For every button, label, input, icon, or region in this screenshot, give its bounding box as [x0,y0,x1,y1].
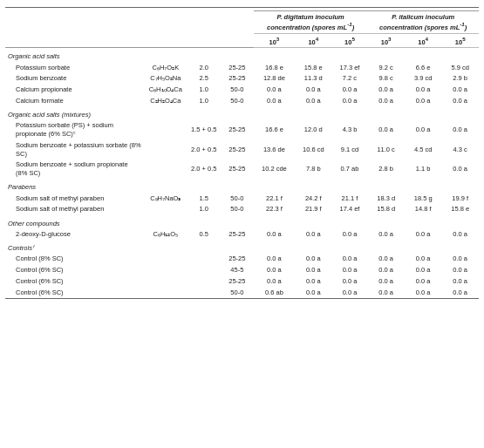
row-cell: 2.9 b [441,73,479,85]
row-cell: 0.0 a [367,275,405,287]
row-cell [144,265,187,276]
conc-i2: 104 [405,34,442,48]
row-cell: 50-0 [221,85,254,96]
row-cell: 11.3 d [295,73,332,85]
row-cell: 0.0 a [332,287,368,298]
table-row: Calcium propionateC₆H₁₀O₄Ca1.050-00.0 a0… [5,85,479,96]
main-table: P. digitatum inoculum concentration (spo… [5,7,479,299]
table-row: Control (6% SC)50-00.6 ab0.0 a0.0 a0.0 a… [5,287,479,298]
row-cell: 0.0 a [332,265,368,276]
row-cell: 0.0 a [254,228,295,240]
row-cell: 0.0 a [367,120,405,140]
row-cell: 0.0 a [295,275,332,287]
row-cell: 18.5 g [405,193,442,204]
row-cell: 0.0 a [367,265,405,276]
row-name: Sodium benzoate + sodium propionate (8% … [5,160,144,180]
row-cell: 12.0 d [295,120,332,140]
row-name: Potassium sorbate [5,62,144,73]
row-cell: 12.8 de [254,73,295,85]
row-cell: 16.6 e [254,120,295,140]
conc-d3: 105 [332,34,368,48]
row-cell: 0.0 a [367,228,405,240]
table-row: Sodium benzoateC₇H₅O₂Na2.525-2512.8 de11… [5,73,479,85]
row-cell: 0.0 a [295,287,332,298]
row-cell: 14.8 f [405,204,442,215]
row-cell: 11.0 c [367,139,405,160]
row-cell: 4.3 c [441,139,479,160]
row-cell: 0.0 a [332,85,368,96]
row-cell: C₈H₇NaO₃ [144,193,187,204]
conc-i3: 105 [441,34,479,48]
row-cell [144,120,187,140]
row-cell: 0.0 a [405,228,442,240]
row-cell: 0.0 a [295,254,332,265]
col-header-p-digitatum: P. digitatum inoculum concentration (spo… [254,11,368,34]
row-cell: 0.0 a [441,254,479,265]
row-cell: 2.0 + 0.5 [187,160,221,180]
row-cell: 2.0 + 0.5 [187,139,221,160]
row-cell: 0.7 ab [332,160,368,180]
row-cell: 17.3 ef [332,62,368,73]
row-name: Sodium salt of methyl paraben [5,193,144,204]
row-cell: 2.0 [187,62,221,73]
table-row: Calcium formateC₂H₂O₄Ca1.050-00.0 a0.0 a… [5,95,479,106]
row-cell: 18.3 d [367,193,405,204]
table-row: Control (6% SC)25-250.0 a0.0 a0.0 a0.0 a… [5,275,479,287]
row-cell: 2.5 [187,73,221,85]
row-cell: 10.6 cd [295,139,332,160]
row-cell: 6.6 e [405,62,442,73]
row-cell: 0.0 a [254,85,295,96]
row-cell: 25-25 [221,120,254,140]
row-cell: 25-25 [221,139,254,160]
row-cell: 0.0 a [295,228,332,240]
row-cell: 0.0 a [254,275,295,287]
row-cell: 0.0 a [332,228,368,240]
row-cell: 50-0 [221,204,254,215]
row-cell: 21.9 f [295,204,332,215]
row-cell: 5.9 cd [441,62,479,73]
row-cell: C₂H₂O₄Ca [144,95,187,106]
conc-i1: 103 [367,34,405,48]
row-cell [187,254,221,265]
table-row: Sodium benzoate + sodium propionate (8% … [5,160,479,180]
row-cell: 0.0 a [295,85,332,96]
row-name: Sodium benzoate [5,73,144,85]
table-row: Control (6% SC)45-50.0 a0.0 a0.0 a0.0 a0… [5,265,479,276]
row-cell: 21.1 f [332,193,368,204]
row-name: Sodium salt of methyl paraben [5,204,144,215]
row-cell [144,275,187,287]
row-cell: 25-25 [221,254,254,265]
row-cell: 0.0 a [441,265,479,276]
row-cell: 17.4 ef [332,204,368,215]
row-cell [187,287,221,298]
row-cell: 0.0 a [405,275,442,287]
row-cell: 2.8 b [367,160,405,180]
row-cell: 0.0 a [295,95,332,106]
row-name: Control (6% SC) [5,275,144,287]
row-cell: 0.0 a [405,85,442,96]
row-cell: 0.0 a [332,95,368,106]
row-cell: 0.0 a [367,85,405,96]
row-cell: 1.1 b [405,160,442,180]
row-cell: 0.0 a [441,287,479,298]
row-cell: 1.5 [187,193,221,204]
row-name: Control (6% SC) [5,265,144,276]
table-row: 2-deoxy-D-glucoseC₆H₁₂O₅0.525-250.0 a0.0… [5,228,479,240]
row-name: Potassium sorbate (PS) + sodium propiona… [5,120,144,140]
row-cell: 1.5 + 0.5 [187,120,221,140]
row-cell: 15.8 d [367,204,405,215]
row-cell [144,287,187,298]
row-cell: 7.8 b [295,160,332,180]
table-row: Sodium salt of methyl paraben1.050-022.3… [5,204,479,215]
row-cell: 0.5 [187,228,221,240]
row-cell: 0.0 a [254,95,295,106]
row-cell: 0.0 a [367,287,405,298]
conc-d1: 103 [254,34,295,48]
row-cell: 9.2 c [367,62,405,73]
table-row: Control (8% SC)25-250.0 a0.0 a0.0 a0.0 a… [5,254,479,265]
row-cell: 0.0 a [367,254,405,265]
row-cell [144,139,187,160]
row-cell: 24.2 f [295,193,332,204]
row-cell [144,160,187,180]
row-cell: 0.0 a [295,265,332,276]
